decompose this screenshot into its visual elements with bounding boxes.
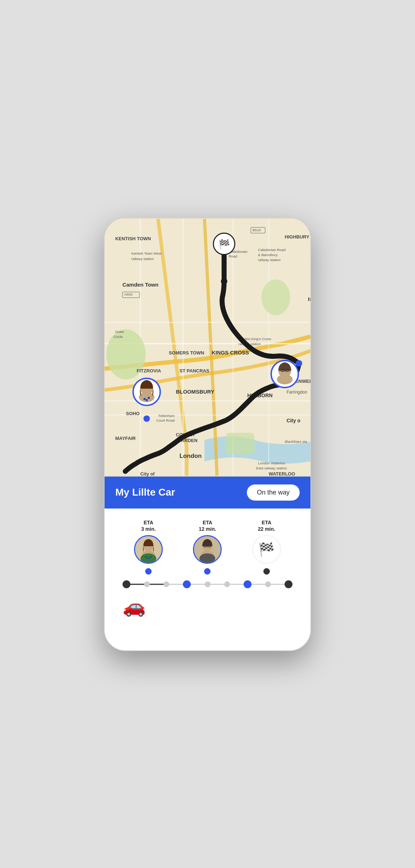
svg-text:B515: B515 [253,228,261,232]
svg-text:WATERLOO: WATERLOO [269,471,295,476]
svg-text:SOMERS TOWN: SOMERS TOWN [169,350,204,355]
on-the-way-button[interactable]: On the way [247,484,300,501]
track-dot-inactive-1 [144,581,150,587]
svg-text:Court Road: Court Road [156,418,175,422]
svg-text:ST PANCRAS: ST PANCRAS [180,368,209,373]
svg-text:City of: City of [140,471,155,476]
svg-point-62 [143,398,146,400]
route-stop-3: ETA22 min. 🏁 [252,519,281,575]
svg-point-57 [296,360,302,366]
svg-text:East railway station: East railway station [256,466,287,470]
svg-text:Camden Town: Camden Town [123,282,159,288]
svg-point-67 [277,374,293,384]
route-stop-1: ETA3 min. [134,519,163,575]
svg-text:HIGHBURY: HIGHBURY [285,234,309,240]
svg-text:London: London [180,452,202,459]
svg-text:Circle: Circle [114,335,123,339]
svg-text:KINGS CROSS: KINGS CROSS [212,349,249,355]
phone-frame: KENTISH TOWN Kentish Town West railway s… [104,217,311,651]
eta-label-2: ETA12 min. [199,519,216,532]
bottom-panel: ETA3 min. [105,509,310,628]
svg-point-64 [146,399,148,401]
track-dot-end [285,580,292,588]
svg-text:Kentish Town West: Kentish Town West [131,251,161,255]
map-view: KENTISH TOWN Kentish Town West railway s… [105,218,310,477]
svg-text:A503: A503 [124,292,133,296]
svg-text:Blackfriars sta: Blackfriars sta [285,440,307,444]
svg-text:railway station: railway station [258,257,281,261]
eta-label-3: ETA22 min. [258,519,275,532]
track-dot-stop1 [183,580,191,588]
track-dot-inactive-2 [163,581,169,587]
svg-point-71 [143,415,150,422]
svg-point-63 [148,397,150,399]
svg-rect-11 [226,433,254,454]
route-stop-2: ETA12 min. [193,519,222,575]
svg-text:railway station: railway station [131,256,154,260]
avatar-female [134,535,163,564]
track-dot-inactive-3 [205,581,211,587]
track-dot-inactive-4 [224,581,230,587]
eta-label-1: ETA3 min. [141,519,156,532]
svg-text:Farringdon: Farringdon [286,390,307,395]
svg-text:Caledonian Road: Caledonian Road [258,247,286,251]
svg-text:KENTISH TOWN: KENTISH TOWN [115,236,151,241]
track-dot-inactive-5 [265,581,271,587]
svg-text:Road: Road [229,254,238,258]
app-title: My Lillte Car [115,487,175,498]
svg-point-10 [262,279,290,315]
svg-text:MAYFAIR: MAYFAIR [115,436,136,441]
stop-dot-2 [204,568,211,575]
svg-text:Outer: Outer [115,330,125,334]
svg-text:FITZROVIA: FITZROVIA [137,368,161,373]
route-timeline: ETA3 min. [112,519,303,575]
svg-text:SOHO: SOHO [126,410,140,416]
svg-text:🏁: 🏁 [218,238,230,250]
stop-dot-3 [263,568,270,575]
svg-point-76 [145,556,147,558]
svg-text:Tottenham: Tottenham [158,413,175,417]
avatar-male [193,535,222,564]
svg-text:London Waterloo: London Waterloo [258,461,285,465]
svg-text:City o: City o [286,417,300,423]
svg-text:& Barnsbury: & Barnsbury [258,252,278,256]
status-banner: My Lillte Car On the way [105,477,310,509]
track-dot-start [123,580,130,588]
car-icon: 🚗 [123,596,146,617]
svg-text:Islington: Islington [308,296,310,302]
track-dot-stop2 [244,580,252,588]
svg-point-77 [150,556,152,558]
svg-point-78 [148,557,149,559]
stop-dot-1 [145,568,152,575]
progress-track [112,580,303,588]
svg-text:BLOOMSBURY: BLOOMSBURY [176,389,215,395]
svg-point-56 [221,278,227,284]
flag-icon: 🏁 [252,535,281,564]
car-section: 🚗 [112,588,303,621]
